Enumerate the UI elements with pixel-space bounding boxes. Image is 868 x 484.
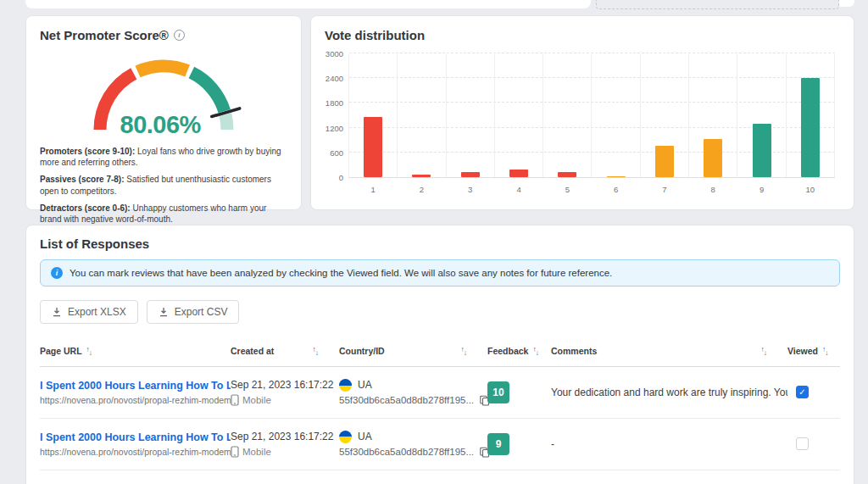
responses-table: Page URL↑↓ Created at↑↓ Country/ID↑↓ Fee… (40, 337, 840, 484)
vote-bar-4 (509, 170, 528, 177)
device-label: Mobile (242, 395, 271, 405)
page-title-link[interactable]: I Spent 2000 Hours Learning How To Learn… (40, 431, 231, 443)
table-row: I Spent 2000 Hours Learning How To Learn… (40, 470, 840, 484)
page-url-cell: I Spent 2000 Hours Learning How To Learn… (40, 380, 231, 405)
y-tick-label: 2400 (326, 74, 343, 83)
x-tick-label: 6 (592, 185, 639, 194)
gauge-remainder-arc (225, 114, 227, 130)
x-tick-label: 9 (737, 185, 785, 194)
download-icon (159, 307, 169, 317)
passives-description: Passives (score 7-8): Satisfied but unen… (40, 174, 287, 196)
chart-y-axis: 06001200180024003000 (325, 54, 348, 178)
x-tick-label: 5 (543, 185, 591, 194)
page-title-link[interactable]: I Spent 2000 Hours Learning How To Learn… (40, 380, 231, 392)
comment-cell: - (551, 438, 787, 450)
country-code: UA (358, 431, 372, 442)
viewed-checkbox[interactable] (796, 386, 809, 398)
country-code: UA (358, 379, 372, 391)
page-url-cell: I Spent 2000 Hours Learning How To Learn… (40, 431, 231, 457)
table-row: I Spent 2000 Hours Learning How To Learn… (40, 367, 840, 419)
vote-bar-1 (364, 117, 382, 177)
feedback-score-badge: 10 (487, 381, 509, 403)
table-row: I Spent 2000 Hours Learning How To Learn… (40, 419, 840, 470)
vote-bar-5 (558, 172, 576, 177)
export-xlsx-button[interactable]: Export XLSX (40, 300, 138, 324)
export-csv-button[interactable]: Export CSV (147, 300, 240, 324)
x-tick-label: 8 (689, 185, 737, 194)
mobile-icon (231, 446, 239, 458)
detractors-lead: Detractors (score 0-6): (40, 203, 131, 213)
column-header-page-url: Page URL↑↓ (40, 346, 231, 356)
responses-card: List of Responses i You can mark reviews… (25, 225, 854, 484)
visitor-id: 55f30db6ca5a0d8db278ff195... (339, 395, 474, 405)
feedback-cell: 10 (487, 381, 551, 403)
sort-icon[interactable]: ↑↓ (86, 348, 93, 355)
chart-category-slot: 7 (641, 54, 689, 177)
feedback-score-badge: 9 (487, 433, 509, 455)
sort-icon[interactable]: ↑↓ (313, 348, 320, 355)
feedback-cell: 9 (487, 433, 551, 455)
vote-bar-9 (753, 124, 771, 177)
page-url-text: https://novena.pro/novosti/propal-rezhim… (40, 395, 231, 405)
vote-bar-7 (655, 146, 674, 177)
vote-bar-8 (704, 139, 722, 177)
cutoff-card-corner (839, 0, 854, 7)
sort-icon[interactable]: ↑↓ (822, 348, 829, 355)
chart-category-slot: 8 (689, 54, 737, 177)
y-tick-label: 600 (330, 148, 343, 158)
vote-bar-2 (412, 175, 431, 177)
ukraine-flag-icon (339, 379, 352, 392)
chart-category-slot: 6 (592, 54, 640, 177)
column-header-viewed: Viewed↑↓ (787, 346, 840, 356)
created-at-value: Sep 21, 2023 16:17:22 (231, 431, 339, 442)
column-header-created-at: Created at↑↓ (231, 346, 339, 356)
sort-icon[interactable]: ↑↓ (532, 348, 539, 355)
vote-bar-chart: 06001200180024003000 12345678910 (325, 54, 840, 178)
mobile-icon (231, 394, 239, 406)
gauge-passives-arc (138, 66, 188, 71)
viewed-cell (787, 437, 840, 450)
device-row: Mobile (231, 394, 339, 406)
info-icon[interactable]: i (174, 30, 185, 41)
comments-header-label: Comments (551, 346, 597, 356)
y-tick-label: 1800 (326, 98, 343, 108)
chart-category-slot: 2 (398, 54, 446, 177)
created-at-value: Sep 21, 2023 16:17:22 (231, 379, 339, 391)
feedback-header-label: Feedback (487, 346, 528, 356)
sort-icon[interactable]: ↑↓ (461, 348, 468, 355)
vote-distribution-card: Vote distribution 06001200180024003000 1… (310, 15, 854, 210)
viewed-checkbox[interactable] (796, 437, 809, 450)
nps-gauge: 80.06% (79, 47, 248, 137)
viewed-header-label: Viewed (787, 346, 818, 356)
nps-title-text: Net Promoter Score® (40, 28, 169, 42)
vote-bar-6 (607, 176, 626, 177)
passives-lead: Passives (score 7-8): (40, 175, 125, 184)
y-tick-label: 3000 (326, 49, 343, 58)
sort-icon[interactable]: ↑↓ (761, 348, 768, 355)
cutoff-dashed-edge (596, 0, 839, 9)
comment-cell: Your dedication and hard work are truly … (551, 387, 787, 398)
info-banner: i You can mark reviews that have been an… (40, 259, 840, 287)
chart-category-slot: 1 (349, 54, 398, 177)
gridline (349, 53, 835, 53)
nps-card-title: Net Promoter Score® i (40, 28, 287, 42)
x-tick-label: 4 (495, 185, 542, 194)
x-tick-label: 7 (641, 185, 688, 194)
cutoff-card-edge (25, 0, 591, 8)
created-at-header-label: Created at (231, 346, 274, 356)
visitor-id: 55f30db6ca5a0d8db278ff195... (339, 447, 474, 457)
country-id-header-label: Country/ID (339, 346, 385, 356)
chart-plot-area: 12345678910 (348, 54, 835, 178)
vote-chart-title: Vote distribution (325, 28, 840, 42)
download-icon (52, 307, 62, 317)
export-csv-label: Export CSV (175, 306, 228, 318)
x-tick-label: 10 (787, 185, 834, 194)
vote-bar-10 (801, 78, 820, 177)
export-buttons: Export XLSX Export CSV (40, 300, 840, 324)
chart-category-slot: 4 (495, 54, 543, 177)
banner-text: You can mark reviews that have been anal… (70, 268, 612, 278)
chart-category-slot: 10 (787, 54, 835, 177)
ukraine-flag-icon (339, 431, 352, 443)
table-header-row: Page URL↑↓ Created at↑↓ Country/ID↑↓ Fee… (40, 337, 840, 367)
column-header-feedback: Feedback↑↓ (487, 346, 551, 356)
